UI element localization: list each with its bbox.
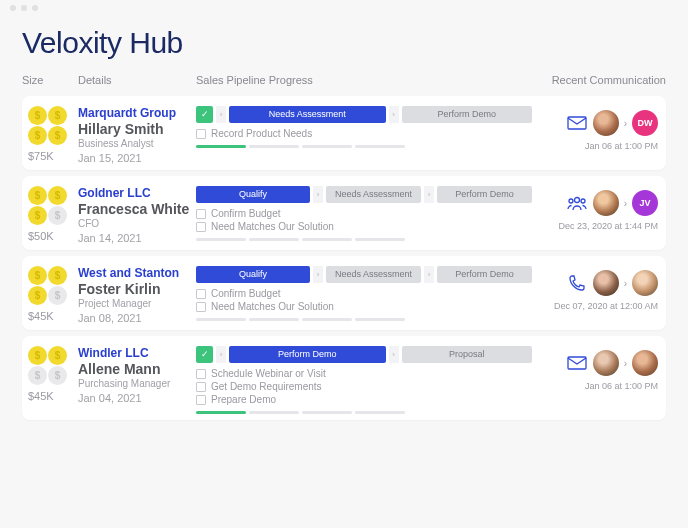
progress-segment — [302, 238, 352, 241]
stage-done[interactable]: ✓ — [196, 346, 213, 363]
avatar[interactable] — [593, 110, 619, 136]
comm-row[interactable]: ›JV — [566, 190, 658, 216]
coin-icon: $ — [28, 106, 47, 125]
company-link[interactable]: West and Stanton — [78, 266, 196, 280]
size-cell: $$$$$50K — [22, 186, 78, 244]
progress-bar — [196, 318, 532, 321]
stage-next[interactable]: Perform Demo — [437, 186, 532, 203]
task-checkbox[interactable] — [196, 382, 206, 392]
avatar[interactable] — [593, 270, 619, 296]
chevron-right-icon: › — [313, 186, 323, 203]
coin-grid: $$$$ — [28, 186, 72, 226]
stage-row: Qualify›Needs Assessment›Perform Demo — [196, 186, 532, 203]
stage-active[interactable]: Qualify — [196, 266, 310, 283]
stage-next[interactable]: Perform Demo — [437, 266, 532, 283]
stage-next[interactable]: Needs Assessment — [326, 186, 421, 203]
coin-icon: $ — [28, 266, 47, 285]
mail-icon — [566, 352, 588, 374]
chevron-right-icon: › — [216, 106, 226, 123]
contact-role: Purchasing Manager — [78, 378, 196, 389]
task-list: Confirm BudgetNeed Matches Our Solution — [196, 208, 532, 232]
chevron-right-icon: › — [424, 186, 434, 203]
details-cell: Goldner LLCFrancesca WhiteCFOJan 14, 202… — [78, 186, 196, 244]
coin-icon: $ — [28, 186, 47, 205]
deal-row[interactable]: $$$$$75KMarquardt GroupHillary SmithBusi… — [22, 96, 666, 170]
stage-next[interactable]: Perform Demo — [402, 106, 532, 123]
task-item: Schedule Webinar or Visit — [196, 368, 532, 379]
deal-row[interactable]: $$$$$45KWindler LLCAllene MannPurchasing… — [22, 336, 666, 420]
task-checkbox[interactable] — [196, 209, 206, 219]
size-cell: $$$$$45K — [22, 266, 78, 324]
comm-date: Dec 23, 2020 at 1:44 PM — [558, 221, 658, 231]
stage-row: Qualify›Needs Assessment›Perform Demo — [196, 266, 532, 283]
avatar-badge[interactable]: JV — [632, 190, 658, 216]
window-dot[interactable] — [32, 5, 38, 11]
stage-active[interactable]: Needs Assessment — [229, 106, 386, 123]
task-item: Record Product Needs — [196, 128, 532, 139]
svg-point-1 — [574, 198, 579, 203]
comm-row[interactable]: › — [566, 270, 658, 296]
svg-point-2 — [569, 199, 573, 203]
task-item: Prepare Demo — [196, 394, 532, 405]
header-details: Details — [78, 74, 196, 86]
company-link[interactable]: Windler LLC — [78, 346, 196, 360]
window-dot[interactable] — [10, 5, 16, 11]
window-dot[interactable] — [21, 5, 27, 11]
stage-active[interactable]: Perform Demo — [229, 346, 386, 363]
task-label: Record Product Needs — [211, 128, 312, 139]
task-label: Prepare Demo — [211, 394, 276, 405]
deal-date: Jan 15, 2021 — [78, 152, 196, 164]
stage-active[interactable]: Qualify — [196, 186, 310, 203]
avatar[interactable] — [632, 350, 658, 376]
company-link[interactable]: Marquardt Group — [78, 106, 196, 120]
size-cell: $$$$$45K — [22, 346, 78, 414]
comm-row[interactable]: › — [566, 350, 658, 376]
header-comm: Recent Communication — [540, 74, 666, 86]
rows-container: $$$$$75KMarquardt GroupHillary SmithBusi… — [22, 96, 666, 420]
pipeline-cell: ✓›Perform Demo›ProposalSchedule Webinar … — [196, 346, 540, 414]
details-cell: Marquardt GroupHillary SmithBusiness Ana… — [78, 106, 196, 164]
task-list: Record Product Needs — [196, 128, 532, 139]
chevron-right-icon: › — [624, 358, 627, 369]
contact-role: Project Manager — [78, 298, 196, 309]
coin-grid: $$$$ — [28, 346, 72, 386]
comm-date: Jan 06 at 1:00 PM — [585, 381, 658, 391]
size-cell: $$$$$75K — [22, 106, 78, 164]
progress-segment — [249, 145, 299, 148]
stage-row: ✓›Needs Assessment›Perform Demo — [196, 106, 532, 123]
task-checkbox[interactable] — [196, 129, 206, 139]
deal-date: Jan 08, 2021 — [78, 312, 196, 324]
avatar[interactable] — [593, 350, 619, 376]
coin-icon: $ — [48, 186, 67, 205]
task-checkbox[interactable] — [196, 369, 206, 379]
svg-point-3 — [581, 199, 585, 203]
stage-next[interactable]: Needs Assessment — [326, 266, 421, 283]
deal-date: Jan 14, 2021 — [78, 232, 196, 244]
company-link[interactable]: Goldner LLC — [78, 186, 196, 200]
task-item: Confirm Budget — [196, 208, 532, 219]
deal-row[interactable]: $$$$$45KWest and StantonFoster KirlinPro… — [22, 256, 666, 330]
task-checkbox[interactable] — [196, 289, 206, 299]
task-list: Confirm BudgetNeed Matches Our Solution — [196, 288, 532, 312]
pipeline-cell: ✓›Needs Assessment›Perform DemoRecord Pr… — [196, 106, 540, 164]
task-checkbox[interactable] — [196, 302, 206, 312]
coin-icon: $ — [48, 346, 67, 365]
task-checkbox[interactable] — [196, 222, 206, 232]
comm-cell: ›JVDec 23, 2020 at 1:44 PM — [540, 186, 666, 244]
progress-segment — [196, 145, 246, 148]
stage-next[interactable]: Proposal — [402, 346, 532, 363]
avatar[interactable] — [593, 190, 619, 216]
task-checkbox[interactable] — [196, 395, 206, 405]
task-item: Get Demo Requirements — [196, 381, 532, 392]
pipeline-cell: Qualify›Needs Assessment›Perform DemoCon… — [196, 266, 540, 324]
avatar[interactable] — [632, 270, 658, 296]
progress-segment — [302, 318, 352, 321]
progress-bar — [196, 238, 532, 241]
comm-row[interactable]: ›DW — [566, 110, 658, 136]
avatar-badge[interactable]: DW — [632, 110, 658, 136]
deal-row[interactable]: $$$$$50KGoldner LLCFrancesca WhiteCFOJan… — [22, 176, 666, 250]
task-label: Need Matches Our Solution — [211, 221, 334, 232]
progress-bar — [196, 145, 532, 148]
stage-done[interactable]: ✓ — [196, 106, 213, 123]
progress-segment — [196, 318, 246, 321]
